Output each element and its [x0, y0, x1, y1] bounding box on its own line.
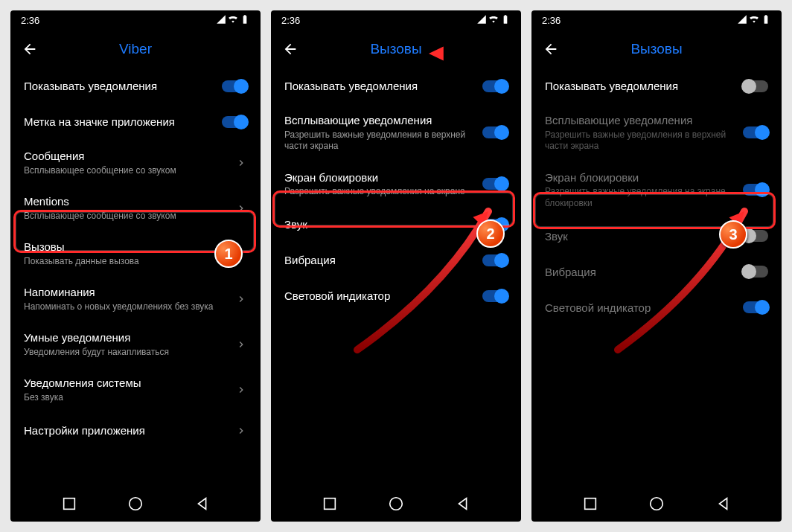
status-icons [216, 14, 250, 27]
row-label: Всплывающие уведомления [284, 113, 482, 128]
row-subtitle: Разрешить важные уведомления на экране б… [545, 186, 743, 209]
page-title: Вызовы [280, 41, 512, 57]
settings-row[interactable]: Показывать уведомления [10, 68, 261, 104]
row-label: Сообщения [24, 149, 235, 164]
svg-point-3 [390, 498, 403, 510]
settings-row[interactable]: Всплывающие уведомленияРазрешить важные … [271, 104, 521, 161]
settings-row[interactable]: Световой индикатор [271, 278, 521, 314]
row-label: Настройки приложения [24, 423, 235, 438]
row-label: Вибрация [545, 265, 743, 280]
navigation-bar [531, 486, 782, 522]
row-label: Уведомления системы [24, 376, 235, 391]
signal-icon [476, 14, 487, 27]
nav-back-button[interactable] [455, 496, 471, 512]
toggle-switch[interactable] [482, 254, 508, 266]
svg-rect-4 [584, 499, 595, 510]
settings-row[interactable]: Настройки приложения [10, 413, 261, 449]
chevron-right-icon [235, 157, 247, 169]
signal-icon [737, 14, 747, 27]
settings-list: Показывать уведомленияМетка на значке пр… [10, 68, 261, 486]
chevron-right-icon [235, 293, 247, 305]
row-label: Световой индикатор [545, 301, 743, 315]
nav-back-button[interactable] [715, 496, 732, 512]
row-subtitle: Напоминать о новых уведомлениях без звук… [24, 301, 235, 313]
chevron-right-icon [235, 425, 247, 437]
settings-row[interactable]: Всплывающие уведомленияРазрешить важные … [531, 104, 782, 161]
chevron-right-icon [235, 339, 247, 350]
row-label: Звук [545, 229, 743, 244]
settings-row[interactable]: Метка на значке приложения [10, 104, 261, 140]
toggle-switch[interactable] [482, 219, 508, 231]
row-label: Экран блокировки [284, 170, 482, 185]
row-subtitle: Разрешить важные уведомления на экране [284, 186, 482, 198]
phone-screen-2: 2:36ВызовыПоказывать уведомленияВсплываю… [271, 10, 521, 522]
settings-row[interactable]: Вибрация [531, 254, 782, 289]
page-title: Viber [19, 41, 252, 57]
page-title: Вызовы [540, 41, 773, 57]
toggle-switch[interactable] [743, 184, 768, 196]
settings-row[interactable]: СообщенияВсплывающее сообщение со звуком [10, 140, 261, 185]
nav-recent-button[interactable] [582, 496, 598, 512]
toggle-switch[interactable] [482, 290, 508, 302]
row-subtitle: Без звука [24, 392, 235, 404]
toggle-switch[interactable] [482, 126, 508, 138]
svg-rect-2 [324, 499, 335, 510]
toggle-switch[interactable] [743, 126, 768, 138]
settings-row[interactable]: Показывать уведомления [271, 68, 521, 104]
wifi-icon [488, 14, 499, 27]
settings-row[interactable]: Показывать уведомления [531, 68, 782, 104]
row-subtitle: Показывать данные вызова [24, 256, 235, 268]
row-label: Световой индикатор [284, 289, 482, 304]
settings-row[interactable]: Умные уведомленияУведомления будут накап… [10, 321, 261, 367]
nav-recent-button[interactable] [61, 496, 77, 512]
battery-icon [761, 14, 771, 27]
battery-icon [240, 14, 250, 27]
row-label: Показывать уведомления [24, 79, 222, 94]
settings-row[interactable]: Уведомления системыБез звука [10, 367, 261, 412]
nav-home-button[interactable] [648, 496, 665, 512]
status-bar: 2:36 [271, 10, 521, 30]
toggle-switch[interactable] [222, 80, 247, 92]
settings-row[interactable]: Вибрация [271, 243, 521, 278]
row-label: Напоминания [24, 285, 235, 300]
toggle-switch[interactable] [222, 116, 247, 128]
settings-row[interactable]: НапоминанияНапоминать о новых уведомлени… [10, 276, 261, 321]
toggle-switch[interactable] [482, 80, 508, 92]
settings-row[interactable]: Звук [531, 218, 782, 254]
settings-row[interactable]: Звук [271, 207, 521, 243]
row-label: Всплывающие уведомления [545, 113, 743, 128]
app-bar: Вызовы [531, 30, 782, 68]
settings-row[interactable]: Экран блокировкиРазрешить важные уведомл… [531, 161, 782, 219]
phone-screen-3: 2:36ВызовыПоказывать уведомленияВсплываю… [531, 10, 782, 522]
row-label: Умные уведомления [24, 330, 235, 345]
row-label: Метка на значке приложения [24, 115, 222, 129]
wifi-icon [749, 14, 759, 27]
nav-recent-button[interactable] [322, 496, 338, 512]
app-bar: Viber [10, 30, 261, 68]
row-label: Показывать уведомления [284, 79, 482, 94]
settings-row[interactable]: MentionsВсплывающее сообщение со звуком [10, 185, 261, 231]
signal-icon [216, 14, 226, 27]
toggle-switch[interactable] [743, 230, 768, 242]
nav-back-button[interactable] [194, 496, 211, 512]
toggle-switch[interactable] [482, 178, 508, 190]
nav-home-button[interactable] [127, 496, 144, 512]
chevron-right-icon [235, 202, 247, 214]
toggle-switch[interactable] [743, 80, 768, 92]
phone-screen-1: 2:36ViberПоказывать уведомленияМетка на … [10, 10, 261, 522]
settings-row[interactable]: ВызовыПоказывать данные вызова [10, 231, 261, 276]
status-bar: 2:36 [531, 10, 782, 30]
nav-home-button[interactable] [388, 496, 404, 512]
svg-point-1 [130, 498, 142, 510]
row-subtitle: Разрешить важные уведомления в верхней ч… [545, 129, 743, 153]
row-subtitle: Всплывающее сообщение со звуком [24, 165, 235, 177]
toggle-switch[interactable] [743, 266, 768, 278]
toggle-switch[interactable] [743, 301, 768, 313]
svg-rect-0 [63, 499, 74, 510]
settings-row[interactable]: Световой индикатор [531, 289, 782, 325]
navigation-bar [271, 486, 521, 522]
row-label: Экран блокировки [545, 170, 743, 185]
row-label: Mentions [24, 194, 235, 209]
status-time: 2:36 [542, 15, 561, 26]
settings-row[interactable]: Экран блокировкиРазрешить важные уведомл… [271, 161, 521, 207]
